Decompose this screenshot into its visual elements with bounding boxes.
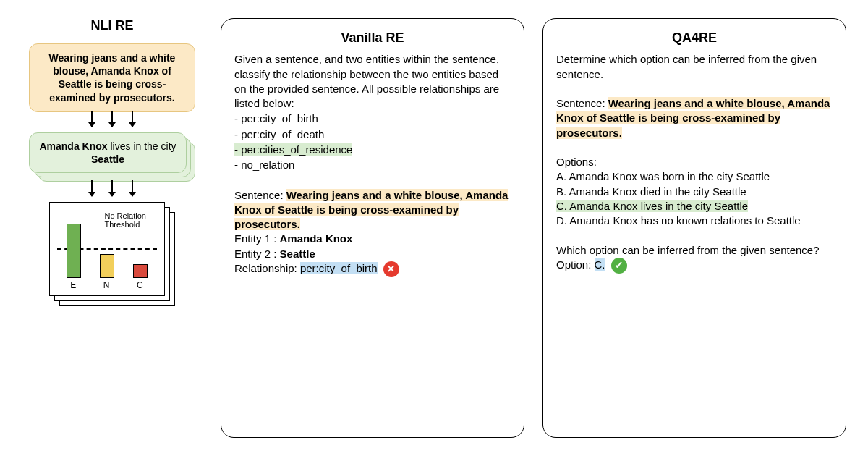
cross-icon [383,261,399,277]
sentence-label: Sentence: [556,97,608,109]
sentence-label: Sentence: [234,189,286,201]
hypothesis-entity2: Seattle [91,153,124,165]
bar-neutral [100,254,114,278]
chart-bars [57,220,157,278]
hypothesis-mid: lives in the city [108,140,176,152]
x-label: C [137,280,143,290]
sentence-block: Sentence: Wearing jeans and a white blou… [234,188,511,232]
arrow-icon [91,180,93,196]
hypothesis-entity1: Amanda Knox [39,140,107,152]
relation-item: - per:cities_of_residence [234,143,511,157]
question-text: Which option can be inferred from the gi… [556,243,833,258]
qa4re-instruction: Determine which option can be inferred f… [556,52,833,82]
relationship-line: Relationship: per:city_of_birth [234,261,511,277]
answer-line: Option: C. [556,258,833,274]
entity1-line: Entity 1 : Amanda Knox [234,232,511,246]
x-label: E [70,280,76,290]
answer-label: Option: [556,258,595,271]
relation-highlighted: - per:cities_of_residence [234,143,352,156]
arrows-bottom [91,180,133,196]
entity1-value: Amanda Knox [280,232,353,245]
answer-value: C. [595,258,605,271]
vanilla-title: Vanilla RE [234,29,511,46]
arrow-icon [111,111,113,127]
relation-item: - no_relation [234,158,511,172]
chart-x-labels: E N C [57,280,157,290]
option-item: C. Amanda Knox lives in the city Seattle [556,199,833,214]
sentence-block: Sentence: Wearing jeans and a white blou… [556,96,833,140]
entity1-label: Entity 1 : [234,232,280,245]
relation-list: - per:city_of_birth - per:city_of_death … [234,111,511,172]
score-chart-stack: No Relation Threshold E N C [49,202,176,307]
entity2-value: Seattle [280,248,315,260]
premise-text: Wearing jeans and a white blouse, Amanda… [49,52,176,104]
relation-item: - per:city_of_death [234,127,511,142]
relationship-label: Relationship: [234,262,300,274]
option-highlighted: C. Amanda Knox lives in the city Seattle [556,200,748,212]
hypothesis-stack: Amanda Knox lives in the city Seattle [29,132,195,182]
nli-re-title: NLI RE [90,18,133,33]
check-icon [611,258,627,274]
vanilla-instruction: Given a sentence, and two entities withi… [234,52,511,111]
arrow-icon [132,111,133,127]
qa4re-panel: QA4RE Determine which option can be infe… [542,18,846,438]
relation-item: - per:city_of_birth [234,111,511,126]
option-item: B. Amanda Knox died in the city Seattle [556,185,833,199]
hypothesis-box: Amanda Knox lives in the city Seattle [29,132,187,173]
entity2-line: Entity 2 : Seattle [234,247,511,261]
bar-entailment [67,224,81,278]
option-item: D. Amanda Knox has no known relations to… [556,214,833,228]
vanilla-re-panel: Vanilla RE Given a sentence, and two ent… [221,18,524,438]
options-label: Options: [556,155,833,169]
arrow-icon [132,180,133,196]
arrow-icon [111,180,113,196]
qa4re-title: QA4RE [556,29,833,46]
score-chart: No Relation Threshold E N C [49,202,165,296]
entity2-label: Entity 2 : [234,248,280,260]
arrows-top [91,111,133,127]
nli-re-column: NLI RE Wearing jeans and a white blouse,… [22,18,203,438]
x-label: N [103,280,110,290]
premise-box: Wearing jeans and a white blouse, Amanda… [29,43,195,112]
option-item: A. Amanda Knox was born in the city Seat… [556,169,833,184]
arrow-icon [91,111,93,127]
relationship-value: per:city_of_birth [300,262,378,274]
bar-contradiction [133,264,148,278]
